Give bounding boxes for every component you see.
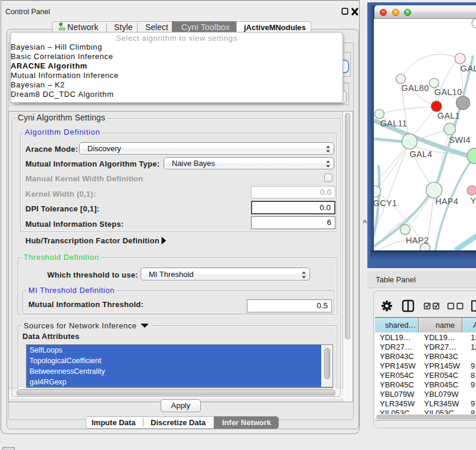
svg-text:GCY1: GCY1 [374,198,397,208]
svg-text:HAP2: HAP2 [406,236,429,245]
svg-text:GAL11: GAL11 [380,119,407,128]
svg-text:GAL4: GAL4 [409,149,432,159]
svg-text:YM: YM [471,196,476,206]
svg-text:GAL2: GAL2 [461,64,476,73]
svg-text:GAL1: GAL1 [438,111,460,120]
svg-text:SWI4: SWI4 [449,135,471,145]
svg-text:GAL10: GAL10 [435,87,462,97]
svg-text:GAL80: GAL80 [402,83,429,93]
svg-text:HAP4: HAP4 [435,197,458,206]
